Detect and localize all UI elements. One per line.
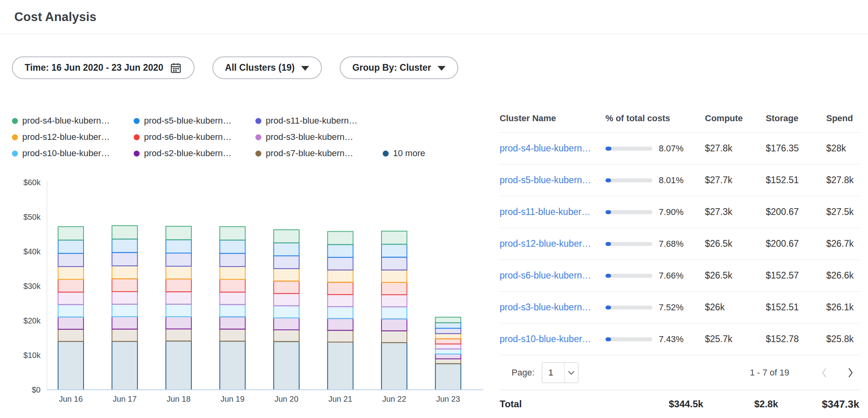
- legend-item[interactable]: prod-s12-blue-kuber…: [12, 132, 134, 143]
- legend-item[interactable]: prod-s2-blue-kubern…: [134, 148, 255, 159]
- bar-segment[interactable]: [112, 304, 138, 317]
- bar-segment[interactable]: [328, 294, 353, 306]
- time-range-filter[interactable]: Time: 16 Jun 2020 - 23 Jun 2020: [12, 56, 195, 79]
- bar-segment[interactable]: [274, 318, 299, 330]
- bar-segment[interactable]: [274, 330, 299, 342]
- bar-segment[interactable]: [436, 317, 461, 323]
- bar-segment[interactable]: [112, 341, 138, 390]
- bar-segment[interactable]: [112, 317, 138, 329]
- bar-segment[interactable]: [112, 266, 138, 279]
- bar-segment[interactable]: [220, 226, 245, 240]
- bar-segment[interactable]: [274, 294, 299, 306]
- bar-segment[interactable]: [58, 279, 84, 292]
- bar-segment[interactable]: [381, 307, 407, 319]
- bar-segment[interactable]: [328, 330, 353, 342]
- bar-segment[interactable]: [166, 292, 191, 304]
- page-select[interactable]: 1: [542, 362, 578, 383]
- bar-segment[interactable]: [436, 328, 461, 333]
- cluster-link[interactable]: prod-s3-blue-kubern…: [500, 302, 591, 312]
- legend-item[interactable]: prod-s10-blue-kuber…: [12, 148, 134, 159]
- bar-segment[interactable]: [274, 269, 299, 281]
- bar-segment[interactable]: [328, 342, 353, 390]
- cluster-link[interactable]: prod-s6-blue-kubern…: [500, 270, 591, 281]
- bar-segment[interactable]: [274, 306, 299, 318]
- bar-segment[interactable]: [166, 341, 191, 390]
- bar-segment[interactable]: [328, 319, 353, 331]
- bar-segment[interactable]: [381, 343, 407, 390]
- bar-segment[interactable]: [220, 279, 245, 292]
- bar-segment[interactable]: [328, 257, 353, 270]
- bar-segment[interactable]: [166, 253, 191, 266]
- bar-segment[interactable]: [166, 266, 191, 279]
- bar-segment[interactable]: [112, 226, 138, 239]
- bar-segment[interactable]: [166, 240, 191, 253]
- bar-segment[interactable]: [436, 349, 461, 354]
- bar-segment[interactable]: [58, 329, 84, 341]
- bar-segment[interactable]: [381, 319, 407, 331]
- bar-segment[interactable]: [274, 230, 299, 243]
- bar-segment[interactable]: [436, 344, 461, 349]
- bar-segment[interactable]: [436, 354, 461, 359]
- bar-segment[interactable]: [381, 331, 407, 343]
- bar-segment[interactable]: [58, 240, 84, 253]
- bar-segment[interactable]: [328, 245, 353, 257]
- legend-item[interactable]: prod-s6-blue-kubern…: [134, 132, 255, 143]
- legend-item[interactable]: prod-s7-blue-kubern…: [255, 148, 377, 159]
- bar-segment[interactable]: [328, 270, 353, 283]
- bar-segment[interactable]: [220, 305, 245, 317]
- group-by-dropdown[interactable]: Group By: Cluster: [340, 56, 458, 79]
- clusters-filter-dropdown[interactable]: All Clusters (19): [212, 56, 322, 79]
- bar-segment[interactable]: [112, 253, 138, 266]
- bar-segment[interactable]: [166, 304, 191, 317]
- bar-segment[interactable]: [112, 329, 138, 341]
- cluster-link[interactable]: prod-s12-blue-kuber…: [500, 238, 591, 249]
- legend-item[interactable]: prod-s11-blue-kubern…: [255, 115, 377, 126]
- bar-segment[interactable]: [274, 281, 299, 293]
- legend-item[interactable]: prod-s3-blue-kubern…: [255, 132, 377, 143]
- bar-segment[interactable]: [58, 254, 84, 267]
- cluster-link[interactable]: prod-s11-blue-kuber…: [500, 207, 590, 217]
- bar-segment[interactable]: [381, 231, 407, 244]
- bar-segment[interactable]: [220, 329, 245, 341]
- bar-segment[interactable]: [436, 364, 461, 390]
- bar-segment[interactable]: [436, 323, 461, 328]
- chevron-left-icon[interactable]: [820, 366, 828, 379]
- legend-item[interactable]: 10 more: [377, 148, 425, 159]
- bar-segment[interactable]: [381, 283, 407, 295]
- bar-segment[interactable]: [220, 254, 245, 267]
- bar-segment[interactable]: [381, 244, 407, 257]
- bar-segment[interactable]: [328, 232, 353, 245]
- chevron-right-icon[interactable]: [847, 366, 854, 379]
- bar-segment[interactable]: [166, 279, 191, 292]
- bar-segment[interactable]: [58, 292, 84, 304]
- bar-segment[interactable]: [112, 239, 138, 253]
- bar-segment[interactable]: [112, 292, 138, 304]
- cluster-link[interactable]: prod-s10-blue-kuber…: [500, 334, 591, 344]
- bar-segment[interactable]: [274, 256, 299, 269]
- legend-item[interactable]: prod-s4-blue-kubern…: [12, 115, 134, 126]
- bar-segment[interactable]: [166, 329, 191, 341]
- bar-segment[interactable]: [58, 267, 84, 279]
- bar-segment[interactable]: [328, 307, 353, 319]
- bar-segment[interactable]: [381, 270, 407, 283]
- bar-segment[interactable]: [274, 342, 299, 390]
- bar-segment[interactable]: [58, 305, 84, 317]
- cluster-link[interactable]: prod-s5-blue-kubern…: [500, 175, 591, 185]
- bar-segment[interactable]: [381, 295, 407, 307]
- bar-segment[interactable]: [381, 257, 407, 270]
- bar-segment[interactable]: [220, 292, 245, 304]
- bar-segment[interactable]: [220, 341, 245, 390]
- legend-item[interactable]: prod-s5-blue-kubern…: [134, 115, 255, 126]
- bar-segment[interactable]: [58, 226, 84, 240]
- bar-segment[interactable]: [58, 341, 84, 390]
- bar-segment[interactable]: [274, 243, 299, 256]
- bar-segment[interactable]: [436, 339, 461, 344]
- bar-segment[interactable]: [166, 317, 191, 329]
- bar-segment[interactable]: [328, 282, 353, 294]
- bar-segment[interactable]: [220, 317, 245, 329]
- bar-segment[interactable]: [220, 240, 245, 253]
- cluster-link[interactable]: prod-s4-blue-kubern…: [500, 143, 591, 153]
- bar-segment[interactable]: [436, 359, 461, 364]
- bar-segment[interactable]: [220, 267, 245, 279]
- bar-segment[interactable]: [112, 279, 138, 292]
